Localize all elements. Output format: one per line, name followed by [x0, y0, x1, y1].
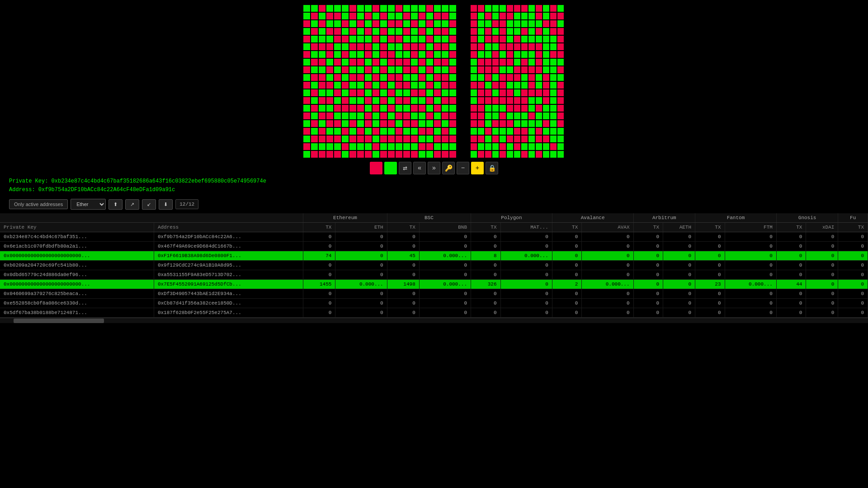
- table-cell-9: 0: [582, 261, 633, 270]
- table-cell-5: 0: [419, 232, 471, 242]
- table-row[interactable]: 0x000000000000000000000000...0xF1F6619B3…: [0, 251, 868, 261]
- table-cell-10: 0: [633, 242, 663, 251]
- scrollbar-thumb[interactable]: [14, 319, 104, 323]
- expand2-btn[interactable]: ↙: [142, 199, 156, 210]
- table-cell-11: 0: [663, 308, 695, 318]
- expand-btn[interactable]: ↗: [125, 199, 139, 210]
- table-cell-5: 0.000...: [419, 251, 471, 261]
- address-line: Address: 0xf9b754a2DF10bACc84c22A64cF48e…: [9, 186, 859, 194]
- table-cell-15: 0: [806, 299, 838, 308]
- table-cell-6: 0: [471, 261, 500, 270]
- table-cell-16: 0: [838, 289, 868, 299]
- table-cell-8: 0: [552, 289, 581, 299]
- table-cell-2: 0: [303, 232, 335, 242]
- th-arb-tx: TX: [633, 223, 663, 232]
- private-key-line: Private Key: 0xb234e87c4c4bd4c67baf35182…: [9, 177, 859, 186]
- next-next-btn[interactable]: »: [428, 162, 440, 174]
- table-container[interactable]: Ethereum BSC Polygon Avalance Arbitrum F…: [0, 213, 868, 318]
- table-cell-9: 0: [582, 232, 633, 242]
- download-btn[interactable]: ⬇: [159, 199, 173, 210]
- table-cell-10: 0: [633, 251, 663, 261]
- table-cell-16: 0: [838, 261, 868, 270]
- table-cell-10: 0: [633, 289, 663, 299]
- table-cell-4: 0: [387, 270, 419, 280]
- table-cell-13: 0: [725, 308, 776, 318]
- table-cell-1: 0x467f49A69ce9D684dC1667b...: [154, 242, 303, 251]
- table-cell-9: 0: [582, 299, 633, 308]
- table-cell-0: 0xe552858cb0f8a086ce6330d...: [0, 299, 154, 308]
- table-cell-3: 0: [335, 299, 387, 308]
- network-select[interactable]: Ether BSC Polygon: [71, 199, 106, 210]
- table-cell-2: 0: [303, 242, 335, 251]
- table-cell-4: 45: [387, 251, 419, 261]
- table-cell-2: 0: [303, 308, 335, 318]
- table-row[interactable]: 0x000000000000000000000000...0x7E5F45520…: [0, 280, 868, 289]
- table-cell-6: 0: [471, 270, 500, 280]
- table-cell-3: 0: [335, 251, 387, 261]
- table-cell-13: 0: [725, 251, 776, 261]
- table-cell-11: 0: [663, 280, 695, 289]
- table-cell-0: 0xb234e87c4c4bd4c67baf351...: [0, 232, 154, 242]
- table-cell-3: 0: [335, 270, 387, 280]
- table-cell-14: 0: [776, 242, 806, 251]
- table-row[interactable]: 0x0460699a379276c825beaca...0xDf3D490574…: [0, 289, 868, 299]
- table-cell-7: 0: [500, 261, 552, 270]
- table-cell-6: 326: [471, 280, 500, 289]
- table-cell-1: 0xDf3D49057443bAE1d2E934a...: [154, 289, 303, 299]
- table-cell-13: 0: [725, 270, 776, 280]
- th-fantom: Fantom: [695, 213, 777, 223]
- table-row[interactable]: 0x6e1acb1c070fdbdfb80a2a1...0x467f49A69c…: [0, 242, 868, 251]
- table-row[interactable]: 0x0dbd65779c24d886da0ef96...0xa5531155F9…: [0, 270, 868, 280]
- key-btn[interactable]: 🔑: [442, 162, 455, 174]
- th-bsc: BSC: [387, 213, 471, 223]
- th-addr: Address: [154, 223, 303, 232]
- table-row[interactable]: 0xb234e87c4c4bd4c67baf351...0xf9b754a2DF…: [0, 232, 868, 242]
- table-cell-9: 0: [582, 289, 633, 299]
- th-eth-tx: TX: [303, 223, 335, 232]
- table-cell-8: 2: [552, 280, 581, 289]
- table-row[interactable]: 0xe552858cb0f8a086ce6330d...0xCb87d41f35…: [0, 299, 868, 308]
- prev-prev-btn[interactable]: «: [413, 162, 426, 174]
- th-fu: Fu: [838, 213, 868, 223]
- table-cell-10: 0: [633, 280, 663, 289]
- table-cell-14: 0: [776, 308, 806, 318]
- table-cell-5: 0: [419, 270, 471, 280]
- table-cell-11: 0: [663, 251, 695, 261]
- table-cell-12: 0: [695, 299, 725, 308]
- horizontal-scrollbar[interactable]: [0, 318, 868, 323]
- table-row[interactable]: 0x5df67ba38b0188be7124871...0x187f628b0F…: [0, 308, 868, 318]
- table-cell-14: 0: [776, 299, 806, 308]
- table-cell-13: 0: [725, 261, 776, 270]
- color-green-btn[interactable]: [384, 162, 397, 174]
- table-cell-14: 0: [776, 261, 806, 270]
- table-cell-3: 0: [335, 289, 387, 299]
- table-cell-4: 0: [387, 261, 419, 270]
- th-gnosis: Gnosis: [776, 213, 838, 223]
- table-cell-16: 0: [838, 251, 868, 261]
- table-cell-3: 0: [335, 232, 387, 242]
- table-cell-13: 0: [725, 232, 776, 242]
- only-active-btn[interactable]: Only active addresses: [9, 199, 68, 209]
- data-table: Ethereum BSC Polygon Avalance Arbitrum F…: [0, 213, 868, 318]
- table-cell-5: 0.000...: [419, 280, 471, 289]
- table-cell-14: 0: [776, 232, 806, 242]
- table-col-header: Private Key Address TX ETH TX BNB TX MAT…: [0, 223, 868, 232]
- controls-bar: ⇄ « » 🔑 − + 🔒: [0, 162, 868, 174]
- minus-btn[interactable]: −: [457, 162, 469, 174]
- table-cell-7: 0: [500, 299, 552, 308]
- table-cell-6: 0: [471, 308, 500, 318]
- table-cell-11: 0: [663, 242, 695, 251]
- lock-btn[interactable]: 🔒: [486, 162, 498, 174]
- table-cell-9: 0: [582, 251, 633, 261]
- table-cell-9: 0: [582, 308, 633, 318]
- table-cell-6: 0: [471, 242, 500, 251]
- shuffle-btn[interactable]: ⇄: [399, 162, 411, 174]
- grid-canvas-left: [303, 5, 457, 158]
- plus-active-btn[interactable]: +: [471, 162, 484, 174]
- table-cell-11: 0: [663, 299, 695, 308]
- table-cell-8: 0: [552, 308, 581, 318]
- color-red-btn[interactable]: [370, 162, 382, 174]
- table-cell-10: 0: [633, 261, 663, 270]
- upload-btn[interactable]: ⬆: [108, 199, 123, 210]
- table-row[interactable]: 0xb0209a204720c69fc541b80...0x9f129CdC27…: [0, 261, 868, 270]
